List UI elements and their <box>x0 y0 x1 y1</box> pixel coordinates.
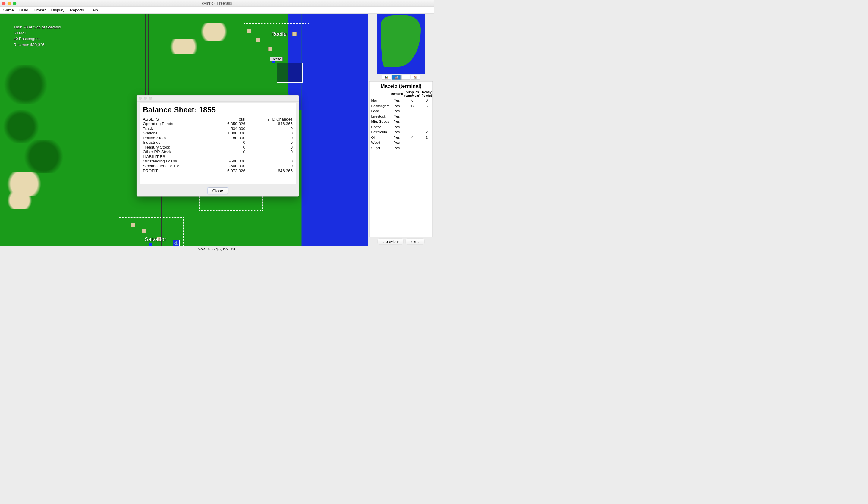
goods-demand: Yes <box>390 145 404 151</box>
bs-row-total: 1,000,000 <box>203 131 245 136</box>
goods-name: Passengers <box>371 103 390 109</box>
bs-row-ytd: 0 <box>245 131 293 136</box>
dialog-close-icon[interactable] <box>139 97 142 100</box>
bs-row-ytd: 646,365 <box>245 122 293 126</box>
goods-row: Livestock Yes <box>371 114 433 119</box>
goods-demand: Yes <box>390 114 404 119</box>
goods-ready <box>421 140 433 146</box>
bs-header-assets: ASSETS <box>143 117 203 122</box>
goods-supplies <box>404 114 421 119</box>
bs-row-ytd: 0 <box>245 150 293 154</box>
goods-name: Wood <box>371 140 390 146</box>
bs-row-ytd: 646,365 <box>245 168 293 173</box>
message-line: 40 Passengers <box>13 36 61 42</box>
bs-header-profit: PROFIT <box>143 168 203 173</box>
bs-row-label: Treasury Stock <box>143 145 203 150</box>
train-selection-box[interactable] <box>277 63 302 83</box>
window-close-button[interactable] <box>2 2 6 5</box>
minimap-tab-3[interactable]: • <box>402 75 410 80</box>
message-overlay: Train #8 arrives at Salvador 69 Mail 40 … <box>13 24 61 48</box>
bs-header-liabilities: LIABILITIES <box>143 154 203 159</box>
station-name: Maceio (terminal) <box>371 83 432 89</box>
close-button[interactable]: Close <box>208 188 228 194</box>
goods-demand: Yes <box>390 109 404 114</box>
window-title: cymric - Freerails <box>0 1 434 6</box>
menu-game[interactable]: Game <box>3 8 14 13</box>
goods-supplies <box>404 140 421 146</box>
minimap-tab-1[interactable]: 🚂 <box>382 75 391 80</box>
bs-row-label: Stockholders Equity <box>143 164 203 168</box>
bs-row-total: 80,000 <box>203 136 245 141</box>
station-region-recife <box>244 23 309 59</box>
goods-demand: Yes <box>390 130 404 135</box>
minimap-tab-2[interactable]: 🏭 <box>392 75 401 80</box>
game-map[interactable]: ⚓ Recife Recife Salvador Train #8 arrive… <box>0 13 368 246</box>
bs-row-ytd: 0 <box>245 164 293 168</box>
goods-supplies: 17 <box>404 103 421 109</box>
bs-row-ytd: 0 <box>245 145 293 150</box>
goods-supplies <box>404 130 421 135</box>
goods-supplies <box>404 119 421 124</box>
bs-row-ytd: 0 <box>245 126 293 131</box>
goods-ready <box>421 119 433 124</box>
goods-ready: 2 <box>421 135 433 140</box>
goods-demand: Yes <box>390 98 404 103</box>
menu-reports[interactable]: Reports <box>70 8 84 13</box>
anchor-icon[interactable]: ⚓ <box>173 240 180 246</box>
bs-row-total: 6,973,326 <box>203 168 245 173</box>
previous-button[interactable]: <- previous <box>378 239 403 245</box>
goods-ready: 0 <box>421 98 433 103</box>
train-marker[interactable] <box>149 243 152 246</box>
station-label-recife[interactable]: Recife <box>270 56 283 61</box>
bs-row-label: Outstanding Loans <box>143 159 203 164</box>
goods-demand: Yes <box>390 103 404 109</box>
menu-broker[interactable]: Broker <box>34 8 46 13</box>
menu-help[interactable]: Help <box>90 8 98 13</box>
next-button[interactable]: next -> <box>406 239 424 245</box>
goods-row: Mail Yes 6 0 <box>371 98 433 103</box>
message-line: Train #8 arrives at Salvador <box>13 24 61 30</box>
col-demand: Demand <box>390 90 404 98</box>
col-supplies: Supplies (cars/year) <box>404 90 421 98</box>
bs-row-label: Other RR Stock <box>143 150 203 154</box>
goods-row: Sugar Yes <box>371 145 433 151</box>
city-label-salvador: Salvador <box>145 236 166 243</box>
goods-demand: Yes <box>390 124 404 130</box>
bs-row-label: Operating Funds <box>143 122 203 126</box>
goods-name: Coffee <box>371 124 390 130</box>
goods-supplies <box>404 109 421 114</box>
menu-display[interactable]: Display <box>51 8 64 13</box>
minimap[interactable] <box>377 14 425 74</box>
message-line: 69 Mail <box>13 30 61 36</box>
goods-row: Wood Yes <box>371 140 433 146</box>
dialog-title: Balance Sheet: 1855 <box>143 105 293 114</box>
window-minimize-button[interactable] <box>8 2 11 5</box>
dialog-titlebar[interactable] <box>137 95 299 102</box>
goods-name: Mfg. Goods <box>371 119 390 124</box>
window-zoom-button[interactable] <box>13 2 16 5</box>
bs-row-total: 0 <box>203 145 245 150</box>
goods-supplies <box>404 145 421 151</box>
goods-row: Mfg. Goods Yes <box>371 119 433 124</box>
minimap-continent <box>381 16 421 66</box>
bs-row-total: -500,000 <box>203 164 245 168</box>
goods-supplies <box>404 124 421 130</box>
goods-name: Mail <box>371 98 390 103</box>
bs-row-label: Industries <box>143 140 203 145</box>
dialog-minimize-icon <box>144 97 147 100</box>
bs-row-total: 0 <box>203 150 245 154</box>
goods-ready <box>421 114 433 119</box>
goods-ready <box>421 124 433 130</box>
goods-row: Food Yes <box>371 109 433 114</box>
minimap-tab-4[interactable]: 🏠 <box>411 75 420 80</box>
goods-name: Food <box>371 109 390 114</box>
goods-name: Livestock <box>371 114 390 119</box>
menu-build[interactable]: Build <box>19 8 28 13</box>
bs-row-label: Rolling Stock <box>143 136 203 141</box>
goods-ready <box>421 145 433 151</box>
message-line: Revenue $29,326 <box>13 42 61 48</box>
col-ready: Ready (loads) <box>421 90 433 98</box>
bs-row-ytd: 0 <box>245 140 293 145</box>
minimap-viewport[interactable] <box>415 29 423 34</box>
goods-ready: 2 <box>421 130 433 135</box>
